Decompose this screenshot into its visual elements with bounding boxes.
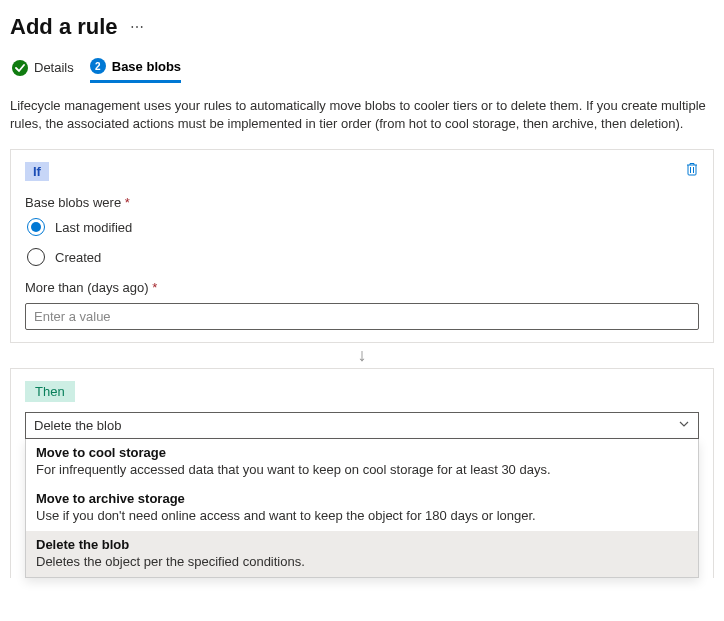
delete-icon[interactable]	[685, 162, 699, 179]
select-value: Delete the blob	[34, 418, 121, 433]
description-text: Lifecycle management uses your rules to …	[10, 97, 714, 133]
more-icon[interactable]: ⋯	[130, 19, 145, 35]
option-delete-blob[interactable]: Delete the blob Deletes the object per t…	[26, 531, 698, 577]
option-title: Delete the blob	[36, 537, 688, 552]
action-select[interactable]: Delete the blob	[25, 412, 699, 439]
page-title: Add a rule	[10, 14, 118, 40]
option-move-cool[interactable]: Move to cool storage For infrequently ac…	[26, 439, 698, 485]
more-than-days-label: More than (days ago) *	[25, 280, 699, 295]
radio-last-modified[interactable]: Last modified	[25, 218, 699, 236]
radio-label: Last modified	[55, 220, 132, 235]
tab-label: Base blobs	[112, 59, 181, 74]
step-number-badge: 2	[90, 58, 106, 74]
radio-created[interactable]: Created	[25, 248, 699, 266]
then-tag: Then	[25, 381, 75, 402]
radio-icon	[27, 218, 45, 236]
tab-label: Details	[34, 60, 74, 75]
tab-details[interactable]: Details	[12, 60, 74, 82]
option-move-archive[interactable]: Move to archive storage Use if you don't…	[26, 485, 698, 531]
radio-label: Created	[55, 250, 101, 265]
option-desc: Use if you don't need online access and …	[36, 508, 688, 523]
option-desc: Deletes the object per the specified con…	[36, 554, 688, 569]
option-title: Move to archive storage	[36, 491, 688, 506]
radio-icon	[27, 248, 45, 266]
days-input[interactable]	[25, 303, 699, 330]
base-blobs-were-label: Base blobs were *	[25, 195, 699, 210]
if-condition-box: If Base blobs were * Last modified Creat…	[10, 149, 714, 343]
option-desc: For infrequently accessed data that you …	[36, 462, 688, 477]
then-action-box: Then Delete the blob Move to cool storag…	[10, 368, 714, 578]
check-icon	[12, 60, 28, 76]
tab-base-blobs[interactable]: 2 Base blobs	[90, 58, 181, 83]
flow-connector: ↓	[10, 343, 714, 368]
arrow-down-icon: ↓	[358, 345, 367, 365]
chevron-down-icon	[678, 418, 690, 433]
if-tag: If	[25, 162, 49, 181]
action-dropdown-panel: Move to cool storage For infrequently ac…	[25, 439, 699, 578]
option-title: Move to cool storage	[36, 445, 688, 460]
tab-bar: Details 2 Base blobs	[10, 58, 714, 83]
